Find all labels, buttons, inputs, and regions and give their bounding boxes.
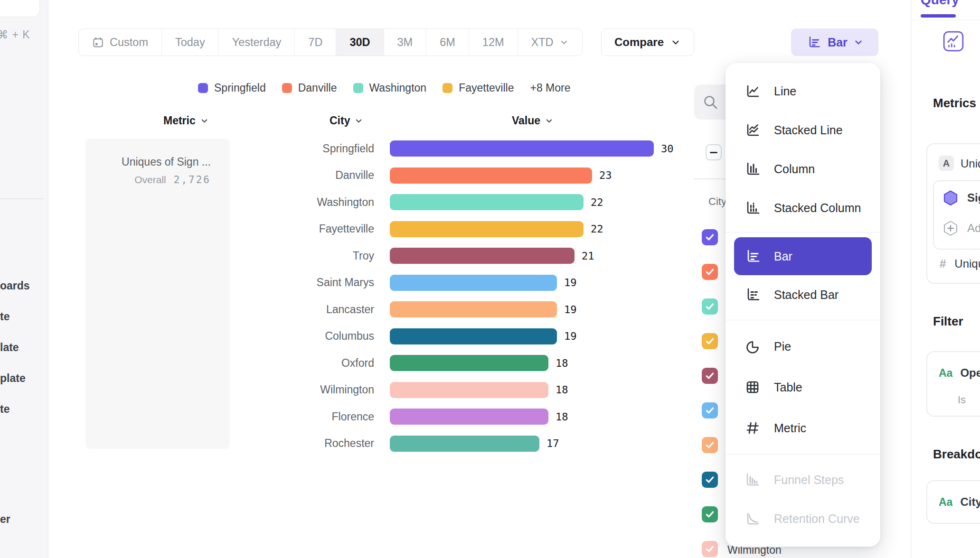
legend-item[interactable]: Danville — [282, 82, 337, 94]
range-today[interactable]: Today — [162, 29, 219, 56]
metric-event-name[interactable]: Uniq — [961, 157, 980, 170]
header-metric[interactable]: Metric — [163, 114, 209, 127]
check-icon — [705, 509, 715, 520]
range-yesterday[interactable]: Yesterday — [219, 29, 295, 56]
legend-item[interactable]: Washington — [353, 82, 427, 94]
filter-property-row[interactable]: Aa Ope — [939, 366, 980, 380]
legend-item[interactable]: Fayetteville — [443, 82, 514, 94]
metric-overall-label: Overall — [134, 174, 166, 185]
city-label: Washington — [247, 196, 374, 209]
city-checkbox[interactable] — [702, 506, 718, 522]
tab-query[interactable]: Query — [921, 0, 959, 8]
menu-item-line[interactable]: Line — [726, 72, 880, 111]
filter-condition-row[interactable]: Is i — [958, 394, 980, 406]
range-custom[interactable]: Custom — [79, 29, 162, 56]
tab-underline — [921, 14, 956, 18]
add-event-row[interactable]: Add — [942, 220, 980, 236]
menu-divider — [726, 232, 880, 232]
event-row-signup[interactable]: Sig — [942, 190, 980, 206]
bar[interactable] — [390, 355, 548, 371]
city-checkbox[interactable] — [702, 437, 718, 453]
menu-item-column[interactable]: Column — [726, 149, 880, 188]
aggregation-label: Uniqu — [954, 257, 980, 270]
bar[interactable] — [390, 194, 584, 210]
legend-item[interactable]: Springfield — [198, 82, 266, 94]
hexagon-plus-icon — [942, 220, 959, 236]
chevron-down-icon — [354, 116, 363, 125]
range-label: 7D — [308, 36, 322, 49]
bar-value: 19 — [564, 330, 577, 342]
bar-value: 22 — [591, 223, 603, 235]
menu-item-label: Stacked Bar — [774, 288, 839, 302]
table-row: Springfield30 — [247, 135, 674, 162]
breakdown-property-row[interactable]: Aa City — [939, 495, 980, 509]
chevron-down-icon — [200, 116, 209, 125]
chart-type-button[interactable]: Bar — [791, 28, 878, 56]
bar[interactable] — [390, 140, 654, 157]
stacked-column-chart-icon — [744, 199, 762, 217]
aggregation-row[interactable]: # Uniqu — [940, 257, 980, 270]
header-value[interactable]: Value — [512, 114, 554, 127]
city-checkbox[interactable] — [702, 402, 718, 418]
bar[interactable] — [390, 382, 548, 398]
sidebar-item-boards[interactable]: oards — [0, 279, 30, 292]
range-12m[interactable]: 12M — [469, 29, 518, 56]
menu-item-metric[interactable]: Metric — [726, 408, 880, 448]
menu-item-bar-selected[interactable]: Bar — [734, 237, 872, 275]
menu-item-stacked-line[interactable]: Stacked Line — [726, 111, 880, 149]
city-checkbox[interactable] — [702, 229, 718, 245]
bar-chart-icon — [806, 34, 822, 50]
bar-value: 21 — [582, 250, 594, 262]
city-checkbox[interactable] — [702, 368, 718, 384]
sidebar-item-4[interactable]: te — [0, 403, 9, 416]
bar[interactable] — [390, 409, 548, 425]
check-icon — [705, 232, 715, 242]
range-30d-selected[interactable]: 30D — [336, 29, 384, 56]
range-6m[interactable]: 6M — [426, 29, 469, 56]
compare-button[interactable]: Compare — [601, 28, 694, 56]
menu-item-stacked-column[interactable]: Stacked Column — [726, 188, 880, 227]
event-picker-card: Sig Add — [933, 180, 980, 250]
minus-icon — [710, 152, 717, 153]
insights-chart-icon-button[interactable] — [942, 30, 964, 52]
range-label: Yesterday — [232, 36, 282, 49]
city-checkbox[interactable] — [702, 333, 718, 349]
bar[interactable] — [390, 301, 557, 317]
sidebar-item-5[interactable]: er — [0, 513, 10, 526]
bar[interactable] — [390, 275, 557, 291]
sidebar-item-3[interactable]: plate — [0, 372, 26, 385]
city-checkbox[interactable] — [702, 541, 718, 557]
range-xtd[interactable]: XTD — [518, 29, 582, 56]
header-city[interactable]: City — [330, 114, 363, 127]
menu-item-pie[interactable]: Pie — [726, 326, 880, 367]
menu-item-table[interactable]: Table — [726, 367, 880, 408]
menu-item-funnel-steps-disabled: Funnel Steps — [726, 460, 880, 499]
table-icon — [744, 378, 762, 396]
range-label: 3M — [397, 36, 413, 49]
bar[interactable] — [390, 167, 592, 184]
range-label: 30D — [349, 36, 370, 49]
breakdown-property-label: City — [960, 495, 980, 509]
city-checkbox[interactable] — [702, 264, 718, 280]
city-checkbox[interactable] — [702, 472, 718, 488]
breakdown-divider — [693, 178, 726, 179]
sidebar-item-1[interactable]: te — [0, 310, 9, 323]
bar[interactable] — [390, 436, 539, 452]
bar[interactable] — [390, 328, 557, 344]
city-checkbox[interactable] — [702, 298, 718, 315]
search-pill[interactable] — [0, 0, 40, 17]
select-all-checkbox-indeterminate[interactable] — [706, 144, 722, 160]
bar[interactable] — [390, 221, 584, 237]
range-7d[interactable]: 7D — [295, 29, 336, 56]
chart-legend: Springfield Danville Washington Fayettev… — [198, 82, 570, 94]
city-label: Danville — [247, 169, 374, 182]
hash-icon: # — [940, 257, 946, 270]
legend-swatch — [198, 83, 208, 93]
bar[interactable] — [390, 248, 575, 264]
legend-more[interactable]: +8 More — [530, 82, 570, 94]
sidebar-divider — [0, 198, 44, 199]
range-3m[interactable]: 3M — [384, 29, 427, 56]
sidebar-item-2[interactable]: late — [0, 341, 19, 354]
menu-item-stacked-bar[interactable]: Stacked Bar — [726, 275, 880, 314]
city-label: Troy — [247, 250, 374, 262]
